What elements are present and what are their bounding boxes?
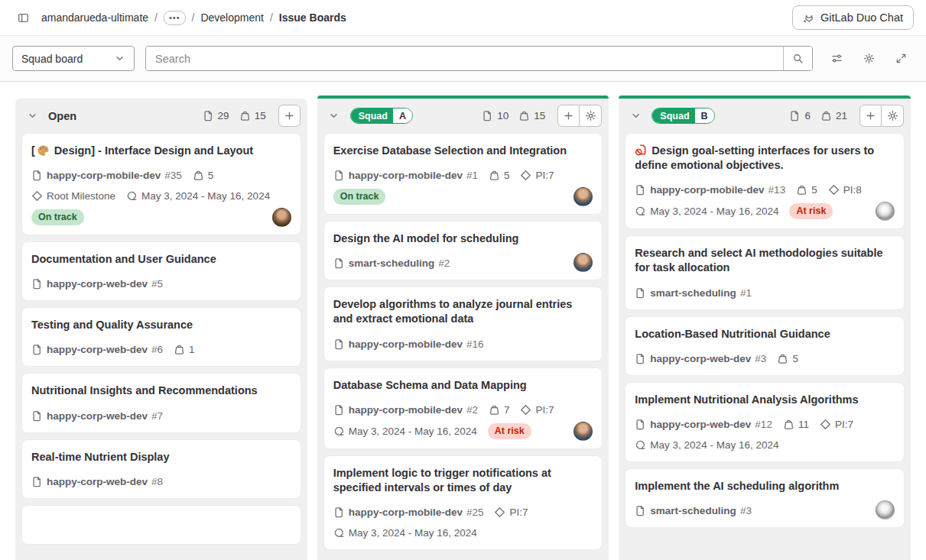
- issue-card[interactable]: Implement logic to trigger notifications…: [323, 455, 603, 550]
- issue-title[interactable]: Testing and Quality Assurance: [31, 318, 291, 332]
- iteration-dates: May 3, 2024 - May 16, 2024: [349, 526, 477, 540]
- status-label[interactable]: On track: [31, 209, 84, 225]
- board-settings-button[interactable]: [856, 46, 882, 71]
- issue-id: #3: [740, 503, 752, 518]
- issue-reference: smart-scheduling: [650, 503, 736, 518]
- issue-reference: happy-corp-mobile-dev: [650, 183, 764, 197]
- gear-icon: [585, 110, 596, 121]
- issue-id: #25: [466, 505, 484, 520]
- chevron-down-icon: [27, 110, 38, 121]
- gear-icon: [863, 53, 875, 64]
- column-card-list: [ Design] - Interface Design and Layout …: [15, 133, 307, 560]
- avatar[interactable]: [573, 422, 593, 441]
- collapse-column-button[interactable]: [324, 106, 344, 126]
- duo-chat-button[interactable]: GitLab Duo Chat: [792, 5, 914, 30]
- breadcrumb-project-link[interactable]: amandarueda-ultimate: [41, 11, 148, 24]
- issue-title[interactable]: Nutritional Insights and Recommendations: [31, 384, 291, 398]
- breadcrumb-group-link[interactable]: Development: [200, 11, 264, 24]
- iteration-dates: May 3, 2024 - May 16, 2024: [650, 438, 778, 452]
- weight-value: 5: [504, 168, 510, 183]
- issue-card[interactable]: Real-time Nutrient Display happy-corp-we…: [21, 439, 301, 499]
- issue-title[interactable]: Exercise Database Selection and Integrat…: [333, 144, 593, 158]
- issue-card[interactable]: Exercise Database Selection and Integrat…: [323, 133, 603, 215]
- issue-title[interactable]: Design goal-setting interfaces for users…: [635, 144, 895, 173]
- issue-card[interactable]: Documentation and User Guidance happy-co…: [21, 241, 301, 301]
- add-issue-button[interactable]: [278, 105, 301, 127]
- avatar[interactable]: [272, 208, 291, 227]
- breadcrumb-current-page: Issue Boards: [279, 11, 346, 24]
- issue-card[interactable]: Develop algorithms to analyze journal en…: [323, 286, 603, 361]
- issue-type-icon: [333, 404, 345, 416]
- issue-title[interactable]: Develop algorithms to analyze journal en…: [333, 297, 593, 326]
- board-filter-preferences-button[interactable]: [824, 46, 850, 71]
- fullscreen-button[interactable]: [888, 46, 914, 71]
- issue-card[interactable]: Implement the AI scheduling algorithm sm…: [625, 468, 905, 528]
- sidebar-toggle-button[interactable]: [12, 7, 34, 28]
- breadcrumb-separator: /: [270, 11, 273, 24]
- issue-title[interactable]: Implement logic to trigger notifications…: [333, 466, 593, 495]
- list-settings-button[interactable]: [882, 105, 904, 127]
- iteration-icon: [333, 426, 345, 437]
- weight-icon: [518, 110, 530, 121]
- issue-id: #13: [768, 183, 786, 197]
- avatar[interactable]: [876, 500, 895, 520]
- issue-id: #1: [466, 168, 478, 183]
- issue-title[interactable]: Documentation and User Guidance: [31, 252, 291, 267]
- issue-card[interactable]: Design the AI model for scheduling smart…: [323, 221, 603, 280]
- column-counts: 6 21: [789, 110, 847, 121]
- scoped-label-squad-a[interactable]: Squad A: [350, 108, 413, 124]
- issue-count-icon: [482, 110, 493, 121]
- search-input[interactable]: [146, 47, 783, 70]
- add-issue-button[interactable]: [859, 105, 882, 127]
- issue-type-icon: [333, 338, 345, 350]
- breadcrumb-bar: amandarueda-ultimate / ••• / Development…: [0, 0, 926, 36]
- issue-id: #35: [164, 168, 182, 183]
- breadcrumb-ellipsis-button[interactable]: •••: [164, 11, 186, 25]
- weight-icon: [193, 170, 204, 181]
- issue-blocked-icon: [635, 144, 648, 157]
- board-switcher-dropdown[interactable]: Squad board: [12, 46, 135, 71]
- issue-title[interactable]: Database Schema and Data Mapping: [333, 378, 593, 393]
- issue-title[interactable]: [ Design] - Interface Design and Layout: [31, 144, 291, 158]
- issue-type-icon: [635, 184, 646, 196]
- issue-card[interactable]: Design goal-setting interfaces for users…: [625, 133, 905, 229]
- search-button[interactable]: [783, 47, 812, 70]
- column-counts: 10 15: [482, 110, 545, 121]
- issue-card[interactable]: Testing and Quality Assurance happy-corp…: [21, 307, 301, 367]
- issue-card[interactable]: Database Schema and Data Mapping happy-c…: [323, 367, 603, 449]
- collapse-column-button[interactable]: [22, 106, 42, 126]
- issue-type-icon: [31, 410, 43, 422]
- issue-type-icon: [635, 353, 646, 364]
- issue-type-icon: [333, 257, 345, 269]
- weight-count: 15: [255, 110, 266, 121]
- sidebar-icon: [18, 12, 29, 24]
- collapse-column-button[interactable]: [625, 106, 645, 126]
- issue-card[interactable]: Location-Based Nutritional Guidance happ…: [625, 316, 905, 376]
- iteration-icon: [635, 206, 646, 217]
- weight-icon: [489, 170, 500, 181]
- issue-title[interactable]: Implement the AI scheduling algorithm: [635, 479, 895, 494]
- issue-reference: happy-corp-mobile-dev: [47, 168, 161, 183]
- issue-reference: happy-corp-mobile-dev: [349, 403, 463, 417]
- scoped-label-squad-b[interactable]: Squad B: [651, 108, 714, 124]
- list-settings-button[interactable]: [580, 105, 602, 127]
- issue-title[interactable]: Implement Nutritional Analysis Algorithm…: [635, 393, 895, 407]
- issue-title[interactable]: Design the AI model for scheduling: [333, 231, 593, 246]
- issue-reference: happy-corp-web-dev: [650, 351, 751, 366]
- issue-card[interactable]: Nutritional Insights and Recommendations…: [21, 373, 301, 432]
- issue-title[interactable]: Research and select AI methodologies sui…: [635, 246, 895, 275]
- issue-card[interactable]: [21, 505, 301, 545]
- board-switcher-value: Squad board: [21, 53, 83, 65]
- column-card-list: Exercise Database Selection and Integrat…: [317, 133, 609, 560]
- issue-card[interactable]: Implement Nutritional Analysis Algorithm…: [625, 382, 905, 462]
- board-toolbar: Squad board: [0, 36, 926, 82]
- status-label[interactable]: At risk: [789, 203, 833, 219]
- plus-icon: [563, 110, 574, 121]
- status-label[interactable]: On track: [333, 189, 386, 205]
- add-issue-button[interactable]: [557, 105, 580, 127]
- issue-card[interactable]: [ Design] - Interface Design and Layout …: [21, 133, 301, 235]
- issue-title[interactable]: Real-time Nutrient Display: [31, 450, 291, 465]
- status-label[interactable]: At risk: [488, 423, 531, 439]
- issue-title[interactable]: Location-Based Nutritional Guidance: [635, 327, 895, 342]
- issue-card[interactable]: Research and select AI methodologies sui…: [625, 235, 905, 309]
